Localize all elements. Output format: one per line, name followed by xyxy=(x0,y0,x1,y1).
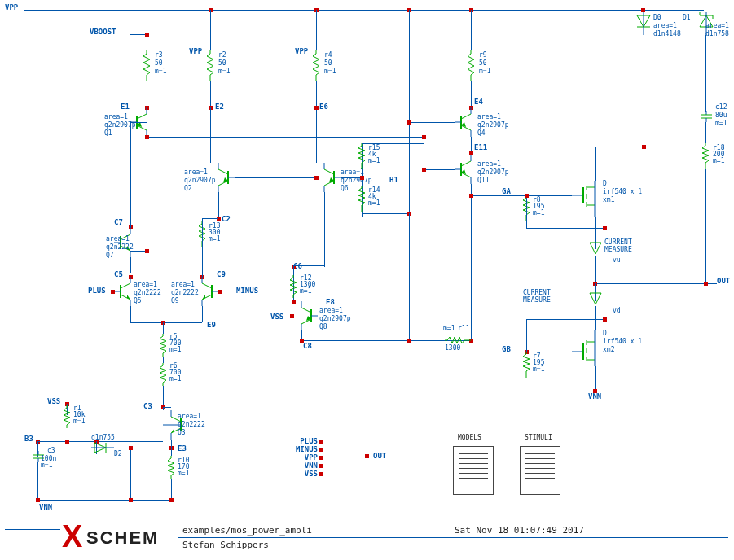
diode-d0 xyxy=(635,12,652,37)
r6-m: m=1 xyxy=(169,376,181,383)
svg-line-80 xyxy=(202,283,212,288)
net-e9: E9 xyxy=(207,321,216,329)
net-b3: B3 xyxy=(24,435,33,443)
r4-val: 50 xyxy=(324,60,332,68)
svg-line-89 xyxy=(301,319,311,324)
c12-ref: c12 xyxy=(715,104,727,112)
wire xyxy=(163,322,164,334)
xm1-model: irf540 x 1 xyxy=(603,189,642,196)
wire xyxy=(316,10,317,50)
node xyxy=(365,454,369,458)
wire xyxy=(595,306,596,330)
stimuli-doc-icon xyxy=(520,446,560,495)
cap-c12 xyxy=(699,111,714,125)
schematic-canvas: VPP D0 area=1 d1n4148 D1 area=1 d1n758 V… xyxy=(0,0,734,560)
svg-line-23 xyxy=(324,169,334,174)
resistor-r7 xyxy=(521,352,531,378)
r2-val: 50 xyxy=(218,60,226,68)
q11-model: q2n2907p xyxy=(477,169,509,177)
node xyxy=(603,226,607,230)
d1-model: d1n758 xyxy=(705,31,729,38)
net-vss2: VSS xyxy=(47,397,60,405)
diode-d2 xyxy=(91,441,114,457)
resistor-r12 xyxy=(288,275,298,298)
r13-m: m=1 xyxy=(209,236,220,243)
node xyxy=(704,282,708,286)
wire xyxy=(424,169,455,170)
net-vnn1: VNN xyxy=(588,392,601,400)
node xyxy=(300,339,304,343)
r9-m: m=1 xyxy=(479,68,490,76)
svg-marker-55 xyxy=(590,243,601,254)
node xyxy=(111,290,115,294)
q5-ref: Q5 xyxy=(134,298,142,305)
svg-line-18 xyxy=(218,181,228,186)
wire xyxy=(362,143,424,144)
wire xyxy=(705,122,706,143)
xm2-d: D xyxy=(603,330,607,338)
wire xyxy=(526,319,527,352)
net-c3: C3 xyxy=(143,402,152,410)
current-measure-1 xyxy=(588,241,603,258)
q5-model: q2n2222 xyxy=(134,290,161,297)
wire xyxy=(210,10,211,50)
resistor-r4 xyxy=(311,50,321,81)
resistor-r10 xyxy=(166,456,176,479)
r11-ref: r11 xyxy=(458,326,469,333)
q1-area: area=1 xyxy=(104,114,128,121)
wire xyxy=(202,218,203,267)
net-vpp: VPP xyxy=(5,3,18,11)
wire xyxy=(130,306,131,322)
net-minus: MINUS xyxy=(236,287,258,295)
net-c2: C2 xyxy=(222,215,231,223)
pin-out: OUT xyxy=(373,452,386,460)
node xyxy=(145,135,149,139)
pin-minus: MINUS xyxy=(285,445,318,453)
footer-path: examples/mos_power_ampli xyxy=(182,526,312,536)
net-e1: E1 xyxy=(121,103,130,111)
wire xyxy=(362,213,409,214)
wire xyxy=(644,35,644,147)
wire xyxy=(171,440,172,456)
wire xyxy=(705,169,706,283)
wire xyxy=(424,137,424,169)
q11-ref: Q11 xyxy=(477,177,489,185)
resistor-r15 xyxy=(357,143,367,169)
q7-model: q2n2222 xyxy=(106,244,134,252)
wire xyxy=(130,34,147,35)
wire xyxy=(595,256,596,283)
footer-date: Sat Nov 18 01:07:49 2017 xyxy=(455,526,584,536)
net-out: OUT xyxy=(717,277,730,285)
node xyxy=(642,145,646,149)
node xyxy=(319,472,323,476)
xm1-ref: xm1 xyxy=(603,197,614,204)
q8-model: q2n2907p xyxy=(319,316,351,323)
bjt-q11 xyxy=(455,155,479,186)
q6-ref: Q6 xyxy=(341,186,349,193)
svg-line-30 xyxy=(461,114,471,119)
r11-m: m=1 xyxy=(443,326,455,333)
wire xyxy=(235,177,316,178)
wire xyxy=(130,122,131,228)
node xyxy=(314,106,319,110)
node xyxy=(145,249,149,253)
resistor-r14 xyxy=(357,186,367,212)
q2-model: q2n2907p xyxy=(184,177,216,185)
q2-area: area=1 xyxy=(184,169,208,177)
xm2-model: irf540 x 1 xyxy=(603,339,642,346)
q4-model: q2n2907p xyxy=(477,122,509,129)
r4-ref: r4 xyxy=(324,52,332,59)
net-e6: E6 xyxy=(319,103,328,111)
net-vnn2: VNN xyxy=(39,503,52,511)
r3-m: m=1 xyxy=(155,68,166,76)
c3-ref: c3 xyxy=(47,448,55,455)
net-b1: B1 xyxy=(389,176,398,184)
wire xyxy=(324,192,325,267)
net-vu: vu xyxy=(613,257,621,265)
resistor-r5 xyxy=(158,334,168,357)
q9-model: q2n2222 xyxy=(171,290,199,297)
wire xyxy=(147,34,147,50)
r10-m: m=1 xyxy=(178,470,189,478)
r9-ref: r9 xyxy=(479,52,487,59)
node xyxy=(65,440,69,444)
